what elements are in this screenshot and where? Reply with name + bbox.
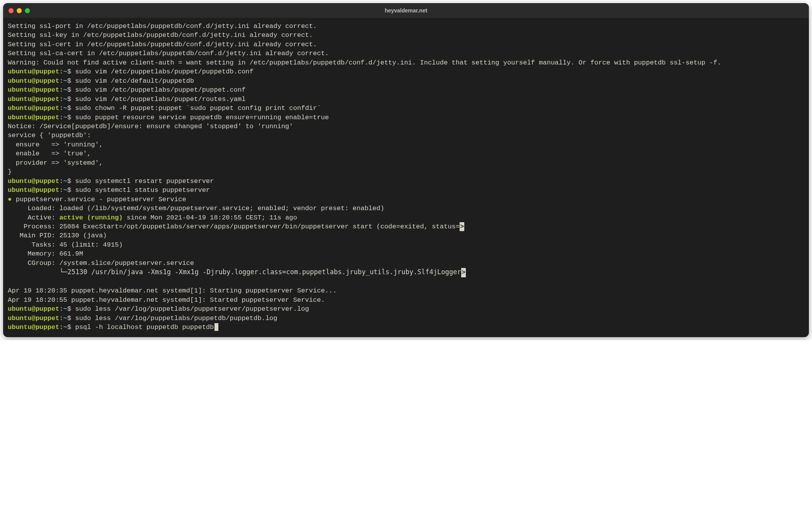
output-line: Setting ssl-key in /etc/puppetlabs/puppe…	[8, 31, 804, 40]
prompt-line: ubuntu@puppet:~$ sudo vim /etc/puppetlab…	[8, 67, 804, 76]
command: sudo systemctl status puppetserver	[75, 186, 210, 194]
command: sudo less /var/log/puppetlabs/puppetserv…	[75, 305, 309, 313]
prompt-line: ubuntu@puppet:~$ sudo less /var/log/pupp…	[8, 314, 804, 323]
command: sudo chown -R puppet:puppet `sudo puppet…	[75, 104, 321, 112]
cursor-icon	[214, 323, 218, 331]
output-line: Setting ssl-port in /etc/puppetlabs/pupp…	[8, 22, 804, 31]
prompt-line: ubuntu@puppet:~$ sudo chown -R puppet:pu…	[8, 104, 804, 113]
command: sudo vim /etc/puppetlabs/puppet/puppet.c…	[75, 86, 246, 94]
line-truncated-icon: >	[461, 268, 466, 277]
close-icon[interactable]	[9, 8, 14, 13]
status-mainpid: Main PID: 25130 (java)	[8, 231, 804, 240]
status-header: ● puppetserver.service - puppetserver Se…	[8, 195, 804, 204]
minimize-icon[interactable]	[17, 8, 22, 13]
status-dot-icon: ●	[8, 196, 12, 203]
command: sudo systemctl restart puppetserver	[75, 177, 214, 185]
prompt-host: puppet	[35, 68, 59, 75]
output-line: service { 'puppetdb':	[8, 131, 804, 140]
output-line: Notice: /Service[puppetdb]/ensure: ensur…	[8, 122, 804, 131]
output-line: Setting ssl-ca-cert in /etc/puppetlabs/p…	[8, 49, 804, 58]
prompt-line: ubuntu@puppet:~$ sudo puppet resource se…	[8, 113, 804, 122]
prompt-line: ubuntu@puppet:~$ sudo systemctl restart …	[8, 177, 804, 186]
prompt-user: ubuntu	[8, 68, 31, 75]
command-current[interactable]: psql -h localhost puppetdb puppetdb	[75, 324, 214, 331]
output-line	[8, 277, 804, 286]
line-truncated-icon: >	[460, 222, 464, 231]
status-active-value: active (running)	[59, 214, 123, 221]
prompt-line: ubuntu@puppet:~$ sudo vim /etc/puppetlab…	[8, 85, 804, 94]
journal-line: Apr 19 18:20:55 puppet.heyvaldemar.net s…	[8, 296, 804, 304]
output-line: Warning: Could not find active client-au…	[8, 58, 804, 67]
status-active: Active: active (running) since Mon 2021-…	[8, 213, 804, 222]
status-tasks: Tasks: 45 (limit: 4915)	[8, 240, 804, 249]
status-memory: Memory: 661.9M	[8, 249, 804, 258]
terminal-body[interactable]: Setting ssl-port in /etc/puppetlabs/pupp…	[3, 18, 809, 337]
command: sudo less /var/log/puppetlabs/puppetdb/p…	[75, 315, 277, 322]
status-process: Process: 25084 ExecStart=/opt/puppetlabs…	[8, 222, 804, 231]
command: sudo puppet resource service puppetdb en…	[75, 114, 329, 121]
journal-line: Apr 19 18:20:35 puppet.heyvaldemar.net s…	[8, 286, 804, 295]
status-loaded: Loaded: loaded (/lib/systemd/system/pupp…	[8, 204, 804, 213]
terminal-window: heyvaldemar.net Setting ssl-port in /etc…	[3, 3, 809, 337]
output-line: Setting ssl-cert in /etc/puppetlabs/pupp…	[8, 40, 804, 49]
zoom-icon[interactable]	[25, 8, 30, 13]
prompt-symbol: $	[67, 68, 71, 75]
status-tree: └─25130 /usr/bin/java -Xms1g -Xmx1g -Djr…	[8, 268, 804, 277]
command: sudo vim /etc/default/puppetdb	[75, 77, 194, 85]
titlebar: heyvaldemar.net	[3, 3, 809, 18]
prompt-line: ubuntu@puppet:~$ sudo vim /etc/puppetlab…	[8, 95, 804, 104]
prompt-line: ubuntu@puppet:~$ sudo vim /etc/default/p…	[8, 77, 804, 85]
output-line: enable => 'true',	[8, 149, 804, 158]
traffic-lights	[9, 8, 30, 13]
output-line: ensure => 'running',	[8, 140, 804, 149]
output-line: }	[8, 167, 804, 176]
command: sudo vim /etc/puppetlabs/puppet/routes.y…	[75, 96, 246, 103]
prompt-line: ubuntu@puppet:~$ sudo systemctl status p…	[8, 186, 804, 195]
output-line: provider => 'systemd',	[8, 158, 804, 167]
window-title: heyvaldemar.net	[3, 7, 809, 14]
prompt-line: ubuntu@puppet:~$ sudo less /var/log/pupp…	[8, 304, 804, 313]
status-cgroup: CGroup: /system.slice/puppetserver.servi…	[8, 259, 804, 268]
prompt-line-current[interactable]: ubuntu@puppet:~$ psql -h localhost puppe…	[8, 323, 804, 332]
command: sudo vim /etc/puppetlabs/puppet/puppetdb…	[75, 68, 253, 75]
prompt-path: ~	[63, 68, 67, 75]
